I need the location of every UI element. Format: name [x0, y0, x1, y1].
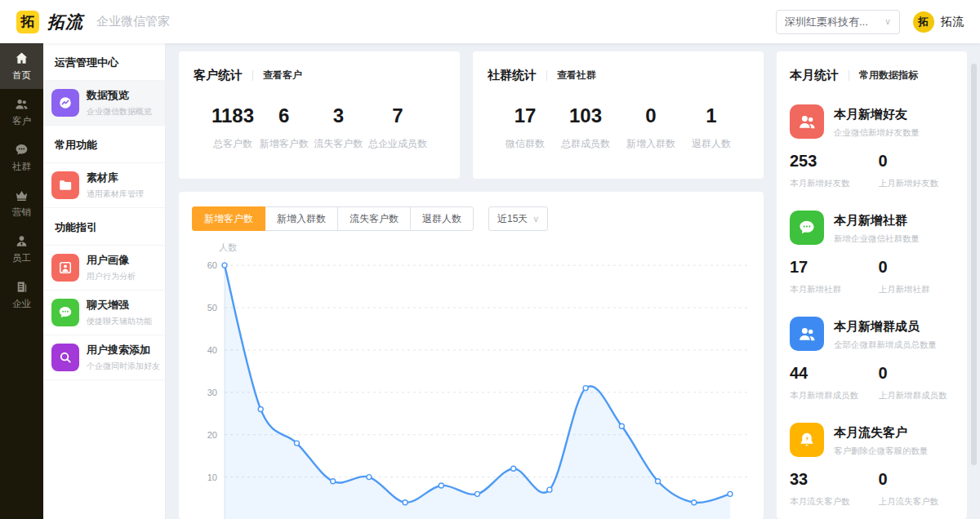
employee-icon: [14, 233, 29, 249]
page-scrollbar[interactable]: [971, 64, 977, 465]
trend-icon: [51, 89, 79, 117]
svg-text:10: 10: [207, 472, 217, 482]
subnav-item-user-portrait[interactable]: 用户画像 用户行为分析: [43, 246, 165, 291]
subnav-item-data-preview[interactable]: 数据预览 企业微信数据概览: [43, 81, 165, 126]
brand-name: 拓流: [47, 11, 83, 33]
view-customers-link[interactable]: 查看客户: [263, 69, 302, 82]
month-block-new-groups: 本月新增社群 新增企业微信社群数量 17 本月新增社群 0 上月新增社群: [777, 211, 967, 295]
new-friends-icon: [790, 104, 824, 139]
svg-text:20: 20: [207, 430, 217, 440]
enterprise-icon: [14, 279, 29, 295]
svg-text:50: 50: [207, 303, 217, 313]
chevron-down-icon: ∨: [532, 214, 539, 224]
customer-stats-title: 客户统计: [194, 68, 243, 83]
crown-icon: [14, 188, 29, 203]
lost-customers-bell-icon: [790, 423, 824, 457]
stat-quits: 1 退群人数: [692, 104, 731, 151]
new-group-members-icon: [790, 317, 824, 351]
divider: [546, 70, 547, 81]
rail-item-community[interactable]: 社群: [0, 135, 43, 180]
stat-total-members: 7 总企业成员数: [368, 104, 427, 151]
subnav-item-user-search-add[interactable]: 用户搜索添加 个企微同时添加好友: [43, 335, 165, 380]
customer-stats-card: 客户统计 查看客户 1183 总客户数 6 新增客户数: [179, 51, 460, 179]
month-stats-panel: 本月统计 常用数据指标 本月新增好友 企业微信新增好友数量 253: [777, 51, 967, 519]
user-name: 拓流: [941, 15, 964, 29]
stat-new-customers: 6 新增客户数: [260, 104, 309, 151]
group-stats-card: 社群统计 查看社群 17 微信群数 103 总群成员数: [473, 51, 764, 179]
stat-wechat-groups: 17 微信群数: [506, 104, 545, 151]
app-subtitle: 企业微信管家: [96, 14, 170, 29]
date-range-select[interactable]: 近15天 ∨: [488, 206, 548, 231]
new-groups-icon: [790, 211, 824, 245]
month-stats-title: 本月统计: [790, 68, 839, 83]
stat-lost-customers: 3 流失客户数: [314, 104, 363, 151]
customers-icon: [14, 96, 29, 112]
avatar[interactable]: 拓: [913, 11, 934, 33]
svg-text:人数: 人数: [219, 242, 237, 252]
tab-lost-customers[interactable]: 流失客户数: [337, 206, 411, 231]
chevron-down-icon: ∨: [884, 16, 891, 27]
common-indicators-link[interactable]: 常用数据指标: [859, 69, 918, 82]
home-icon: [14, 51, 29, 66]
secondary-sidebar: 运营管理中心 数据预览 企业微信数据概览 常用功能 素材库 通用素材库管理 功能…: [43, 43, 166, 519]
rail-item-staff[interactable]: 员工: [0, 226, 43, 272]
trend-chart-card: 新增客户数 新增入群数 流失客户数 退群人数 近15天 ∨ 6050403020…: [179, 192, 764, 519]
svg-text:60: 60: [207, 260, 217, 270]
top-header: 拓 拓流 企业微信管家 深圳红栗科技有... ∨ 拓 拓流: [0, 0, 980, 43]
subnav-section-title: 常用功能: [43, 126, 165, 163]
main-content: 客户统计 查看客户 1183 总客户数 6 新增客户数: [166, 43, 980, 519]
rail-item-home[interactable]: 首页: [0, 43, 43, 89]
rail-item-marketing[interactable]: 营销: [0, 180, 43, 226]
primary-nav-rail: 首页 客户 社群 营销 员工 企业: [0, 43, 43, 519]
trend-chart-svg: 605040302010人数: [192, 241, 751, 519]
month-block-new-group-members: 本月新增群成员 全部企微群新增成员总数量 44 本月新增群成员数 0 上月新增群…: [777, 317, 967, 401]
subnav-section-title: 功能指引: [43, 208, 165, 246]
search-icon: [51, 344, 79, 371]
stat-new-joins: 0 新增入群数: [626, 104, 675, 151]
rail-item-enterprise[interactable]: 企业: [0, 272, 43, 317]
company-select[interactable]: 深圳红栗科技有... ∨: [776, 10, 900, 34]
view-groups-link[interactable]: 查看社群: [557, 69, 596, 82]
tab-new-joins[interactable]: 新增入群数: [265, 206, 338, 231]
subnav-section-title: 运营管理中心: [43, 43, 165, 81]
rail-item-customers[interactable]: 客户: [0, 89, 43, 135]
group-stats-title: 社群统计: [488, 68, 537, 83]
brand-logo-icon: 拓: [16, 11, 39, 33]
svg-text:30: 30: [207, 388, 217, 397]
stat-total-group-members: 103 总群成员数: [561, 104, 610, 151]
subnav-item-chat-enhance[interactable]: 聊天增强 便捷聊天辅助功能: [43, 291, 165, 335]
chat-bubble-icon: [14, 142, 29, 157]
stat-total-customers: 1183 总客户数: [212, 104, 254, 151]
company-select-value: 深圳红栗科技有...: [785, 15, 884, 29]
month-block-new-friends: 本月新增好友 企业微信新增好友数量 253 本月新增好友数 0 上月新增好友数: [777, 104, 967, 189]
svg-text:40: 40: [207, 345, 217, 355]
divider: [252, 70, 253, 81]
portrait-icon: [51, 254, 79, 282]
tab-quits[interactable]: 退群人数: [410, 206, 474, 231]
tab-new-customers[interactable]: 新增客户数: [192, 206, 265, 231]
divider: [849, 70, 849, 81]
folder-icon: [51, 171, 79, 199]
chat-enhance-icon: [51, 299, 79, 326]
subnav-item-material-library[interactable]: 素材库 通用素材库管理: [43, 163, 165, 208]
month-block-lost-customers: 本月流失客户 客户删除企微客服的数量 33 本月流失客户数 0 上月流失客户数: [777, 423, 967, 508]
